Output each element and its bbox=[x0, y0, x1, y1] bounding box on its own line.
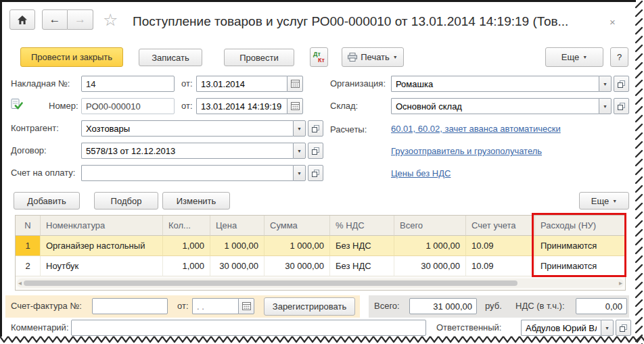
calendar-icon bbox=[291, 102, 300, 110]
invoice-no-input[interactable] bbox=[81, 76, 175, 92]
settlements-link[interactable]: 60.01, 60.02, зачет аванса автоматически bbox=[391, 124, 561, 134]
col-header-qty: Кол... bbox=[163, 216, 210, 236]
counterparty-input[interactable] bbox=[81, 120, 293, 137]
open-button[interactable] bbox=[614, 98, 629, 114]
dropdown-button[interactable]: ▼ bbox=[599, 98, 612, 114]
cell-price: 30 000,00 bbox=[210, 256, 264, 276]
back-arrow-icon: ← bbox=[49, 13, 61, 26]
invoice-date-input[interactable] bbox=[196, 76, 287, 92]
calendar-button[interactable] bbox=[287, 76, 303, 92]
chevron-down-icon: ▼ bbox=[297, 171, 302, 176]
responsible-combo: ▼ bbox=[521, 320, 631, 336]
contract-input[interactable] bbox=[81, 143, 293, 159]
counterparty-combo: ▼ bbox=[81, 120, 323, 137]
open-in-list-icon bbox=[312, 147, 319, 155]
col-header-price: Цена bbox=[210, 216, 264, 236]
total-input[interactable] bbox=[409, 298, 477, 314]
col-header-item: Номенклатура bbox=[41, 216, 163, 236]
dropdown-button[interactable]: ▼ bbox=[293, 165, 306, 181]
edit-button[interactable]: Изменить bbox=[162, 192, 230, 210]
add-row-button[interactable]: Добавить bbox=[14, 192, 80, 210]
number-date-input[interactable] bbox=[196, 98, 287, 114]
pick-button[interactable]: Подбор bbox=[94, 192, 158, 210]
print-button[interactable]: Печать ▼ bbox=[342, 47, 404, 67]
dropdown-button[interactable]: ▼ bbox=[599, 76, 612, 92]
help-button[interactable]: ? bbox=[610, 47, 628, 67]
items-more-label: Еще bbox=[591, 196, 609, 206]
responsible-input[interactable] bbox=[521, 320, 601, 336]
scroll-right-icon[interactable]: ▸ bbox=[619, 278, 622, 288]
responsible-label: Ответственный: bbox=[436, 320, 501, 336]
torn-edge-right bbox=[634, 0, 644, 344]
vat-label: НДС (в т.ч.): bbox=[515, 298, 565, 314]
save-button[interactable]: Записать bbox=[139, 49, 202, 66]
dropdown-button[interactable]: ▼ bbox=[293, 143, 306, 159]
forward-arrow-icon: → bbox=[74, 13, 86, 26]
toolbar-more-button[interactable]: Еще ▼ bbox=[545, 47, 603, 67]
open-button[interactable] bbox=[308, 165, 323, 181]
back-button[interactable]: ← bbox=[42, 9, 68, 30]
post-button[interactable]: Провести bbox=[224, 49, 294, 66]
calendar-icon bbox=[242, 302, 251, 310]
cell-vat: Без НДС bbox=[330, 256, 394, 276]
payment-invoice-input[interactable] bbox=[81, 165, 293, 181]
table-row[interactable]: 2 Ноутбук 1,000 30 000,00 30 000,00 Без … bbox=[16, 256, 625, 276]
cell-sum: 30 000,00 bbox=[264, 256, 330, 276]
shipper-consignee-link[interactable]: Грузоотправитель и грузополучатель bbox=[391, 146, 542, 156]
torn-edge-bottom bbox=[0, 335, 644, 344]
warehouse-combo: ▼ bbox=[391, 98, 629, 114]
cell-sum: 1 000,00 bbox=[264, 236, 330, 256]
invoice-reg-date-input[interactable] bbox=[192, 298, 238, 314]
payment-invoice-label: Счет на оплату: bbox=[11, 165, 75, 181]
favorite-star-icon[interactable]: ☆ bbox=[103, 11, 118, 28]
invoice-reg-date-field bbox=[192, 298, 254, 314]
chevron-down-icon: ▼ bbox=[297, 126, 302, 131]
close-icon[interactable]: × bbox=[610, 17, 616, 27]
chevron-down-icon: ▼ bbox=[603, 104, 607, 109]
table-row[interactable]: 1 Органайзер настольный 1,000 1 000,00 1… bbox=[16, 236, 625, 256]
scrollbar-thumb[interactable] bbox=[24, 280, 518, 286]
kt-icon: Кт bbox=[318, 57, 325, 64]
number-label: Номер: bbox=[49, 98, 78, 114]
prices-without-vat-link[interactable]: Цены без НДС bbox=[391, 168, 451, 178]
organization-input[interactable] bbox=[391, 76, 599, 92]
dt-kt-postings-button[interactable]: Дт Кт bbox=[310, 47, 328, 67]
col-header-sum: Сумма bbox=[264, 216, 330, 236]
dropdown-button[interactable]: ▼ bbox=[601, 320, 614, 336]
calendar-button[interactable] bbox=[287, 98, 303, 114]
cell-n: 1 bbox=[16, 236, 41, 256]
home-button[interactable] bbox=[9, 9, 35, 30]
application-window: ← → ☆ Поступление товаров и услуг РО00-0… bbox=[0, 0, 644, 344]
cell-qty: 1,000 bbox=[163, 236, 210, 256]
horizontal-scrollbar[interactable]: ◂ ▸ bbox=[17, 278, 624, 288]
cell-price: 1 000,00 bbox=[210, 236, 264, 256]
vat-input[interactable] bbox=[576, 298, 627, 314]
items-table: N Номенклатура Кол... Цена Сумма % НДС В… bbox=[15, 215, 626, 291]
chevron-down-icon: ▼ bbox=[297, 149, 302, 153]
invoice-number-input[interactable] bbox=[92, 298, 168, 314]
forward-button[interactable]: → bbox=[68, 9, 93, 30]
number-input[interactable] bbox=[81, 98, 175, 114]
open-button[interactable] bbox=[308, 143, 323, 159]
open-in-list-icon bbox=[620, 324, 627, 332]
register-invoice-button[interactable]: Зарегистрировать bbox=[264, 297, 355, 316]
post-and-close-button[interactable]: Провести и закрыть bbox=[20, 47, 123, 67]
print-button-label: Печать bbox=[361, 52, 390, 62]
open-button[interactable] bbox=[308, 120, 323, 137]
comment-input[interactable] bbox=[71, 320, 426, 336]
dropdown-button[interactable]: ▼ bbox=[293, 120, 306, 137]
open-button[interactable] bbox=[614, 76, 629, 92]
col-header-account: Счет учета bbox=[466, 216, 535, 236]
chevron-down-icon: ▼ bbox=[612, 199, 617, 203]
open-button[interactable] bbox=[616, 320, 631, 336]
warehouse-input[interactable] bbox=[391, 98, 599, 114]
items-more-button[interactable]: Еще ▼ bbox=[579, 192, 629, 210]
cell-n: 2 bbox=[16, 256, 41, 276]
cell-total: 1 000,00 bbox=[394, 236, 466, 256]
counterparty-label: Контрагент: bbox=[11, 120, 59, 137]
scroll-left-icon[interactable]: ◂ bbox=[18, 278, 22, 288]
calendar-button[interactable] bbox=[238, 298, 254, 314]
warehouse-label: Склад: bbox=[330, 98, 358, 114]
col-header-vat: % НДС bbox=[330, 216, 394, 236]
contract-label: Договор: bbox=[11, 143, 47, 159]
